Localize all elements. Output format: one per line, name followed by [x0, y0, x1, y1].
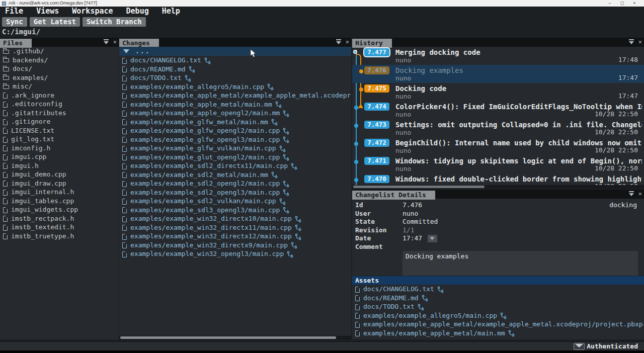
file-row[interactable]: git_log.txt: [0, 135, 119, 144]
asset-row[interactable]: examples/example_allegro5/main.cpp: [352, 311, 644, 320]
changes-root-row[interactable]: ...: [119, 47, 351, 56]
asset-row[interactable]: examples/example_apple_metal/main.mm: [352, 329, 644, 338]
file-row[interactable]: examples/: [0, 73, 119, 82]
file-row[interactable]: imstb_truetype.h: [0, 232, 119, 241]
commit-row[interactable]: 7.477 Merging docking code nuno 17:48: [352, 47, 644, 65]
filter-icon[interactable]: [628, 39, 634, 45]
changed-file-row[interactable]: docs/README.md: [119, 65, 351, 74]
history-panel: History ✕ 7.477 Merging docking code nun…: [352, 38, 644, 189]
scrollbar-thumb[interactable]: [120, 336, 336, 339]
menu-item[interactable]: Workspace: [72, 7, 113, 16]
minimize-button[interactable]: –: [604, 0, 615, 7]
changed-file-row[interactable]: examples/example_sdl2_vulkan/main.cpp: [119, 197, 351, 206]
file-icon: [3, 93, 8, 99]
toolbar-button[interactable]: Sync: [2, 17, 27, 27]
history-list: 7.477 Merging docking code nuno 17:48 7.…: [352, 47, 644, 185]
changed-file-row[interactable]: examples/example_glfw_opengl3/main.cpp: [119, 135, 351, 144]
file-icon: [122, 154, 127, 160]
changed-file-row[interactable]: examples/example_win32_directx12/main.cp…: [119, 232, 351, 241]
commit-row[interactable]: 7.474 ColorPicker4(): Fixed ImGuiColorEd…: [352, 101, 644, 119]
file-row[interactable]: imgui_draw.cpp: [0, 179, 119, 188]
file-row[interactable]: imgui.h: [0, 161, 119, 170]
file-row[interactable]: docs/: [0, 64, 119, 73]
close-icon[interactable]: ✕: [113, 39, 117, 45]
comment-field[interactable]: Docking examples: [403, 251, 638, 276]
changed-file-row[interactable]: examples/example_glfw_opengl2/main.cpp: [119, 126, 351, 135]
changed-file-path: examples/example_sdl2_directx11/main.cpp: [130, 162, 288, 169]
changed-file-row[interactable]: examples/example_apple_metal/main.mm: [119, 100, 351, 109]
changes-list: docs/CHANGELOG.txt docs/README.md docs/T…: [119, 56, 351, 258]
changed-file-row[interactable]: examples/example_apple_opengl2/main.mm: [119, 109, 351, 118]
changed-file-row[interactable]: examples/example_sdl2_opengl2/main.cpp: [119, 179, 351, 188]
file-row[interactable]: misc/: [0, 82, 119, 91]
changed-file-row[interactable]: examples/example_glfw_vulkan/main.cpp: [119, 144, 351, 153]
changed-file-row[interactable]: examples/example_allegro5/main.cpp: [119, 82, 351, 92]
details-field-row: Usernuno: [355, 210, 644, 218]
close-icon[interactable]: ✕: [638, 191, 642, 197]
file-row[interactable]: .gitignore: [0, 117, 119, 126]
filter-icon[interactable]: [103, 39, 109, 45]
workspace-path: C:/imgui/: [2, 28, 40, 36]
asset-row[interactable]: docs/README.md: [352, 294, 644, 303]
file-row[interactable]: imgui_widgets.cpp: [0, 205, 119, 214]
commit-row[interactable]: 7.476 Docking examples nuno 17:47: [352, 65, 644, 83]
maximize-button[interactable]: ◻: [616, 0, 627, 7]
file-row[interactable]: imgui.cpp: [0, 152, 119, 161]
file-row[interactable]: imstb_textedit.h: [0, 223, 119, 232]
changed-file-row[interactable]: examples/example_sdl2_opengl3/main.cpp: [119, 188, 351, 197]
changed-file-row[interactable]: examples/example_win32_opengl3/main.cpp: [119, 249, 351, 258]
file-row[interactable]: imgui_demo.cpp: [0, 170, 119, 179]
file-row[interactable]: .github/: [0, 47, 119, 56]
close-button[interactable]: ×: [629, 0, 640, 7]
file-icon: [3, 163, 8, 169]
menu-item[interactable]: Debug: [126, 7, 149, 16]
scrollbar-thumb[interactable]: [353, 186, 485, 188]
revision-dropdown[interactable]: [428, 235, 437, 242]
changed-file-row[interactable]: examples/example_glut_opengl2/main.cpp: [119, 153, 351, 162]
chevron-down-icon[interactable]: [123, 49, 129, 53]
commit-row[interactable]: 7.470 Windows: fixed double-clicked bord…: [352, 173, 644, 185]
asset-row[interactable]: examples/example_apple_metal/example_app…: [352, 320, 644, 329]
menu-item[interactable]: Views: [36, 7, 59, 16]
changed-file-row[interactable]: examples/example_glfw_metal/main.mm: [119, 118, 351, 127]
commit-row[interactable]: 7.475 Docking code nuno 17:47: [352, 83, 644, 101]
close-icon[interactable]: ✕: [638, 39, 642, 45]
file-row[interactable]: LICENSE.txt: [0, 126, 119, 135]
commit-row[interactable]: 7.471 Windows: tidying up skipitems logi…: [352, 155, 644, 173]
file-name: imgui.cpp: [11, 153, 46, 160]
filter-icon[interactable]: [336, 39, 342, 45]
toolbar-button[interactable]: Switch Branch: [83, 17, 146, 27]
changed-file-row[interactable]: examples/example_sdl3_opengl3/main.cpp: [119, 206, 351, 215]
changed-file-row[interactable]: examples/example_win32_directx11/main.cp…: [119, 223, 351, 232]
menu-item[interactable]: File: [5, 7, 23, 16]
file-row[interactable]: .editorconfig: [0, 100, 119, 109]
changed-file-row[interactable]: examples/example_sdl2_directx11/main.cpp: [119, 161, 351, 170]
commit-row[interactable]: 7.472 BeginChild(): Internal name used b…: [352, 137, 644, 155]
changed-file-row[interactable]: examples/example_apple_metal/example_app…: [119, 91, 351, 100]
history-hscrollbar[interactable]: [352, 185, 644, 189]
file-row[interactable]: imconfig.h: [0, 144, 119, 153]
file-row[interactable]: imgui_tables.cpp: [0, 197, 119, 206]
menu-item[interactable]: Help: [162, 7, 180, 16]
file-icon: [122, 102, 127, 108]
filter-icon[interactable]: [628, 191, 634, 197]
file-row[interactable]: imstb_rectpack.h: [0, 214, 119, 223]
changes-hscrollbar[interactable]: [119, 336, 351, 339]
file-icon: [3, 190, 8, 196]
commit-row[interactable]: 7.473 Settings: omit outputing Collapsed…: [352, 119, 644, 137]
file-row[interactable]: imgui_internal.h: [0, 188, 119, 197]
changed-file-row[interactable]: examples/example_win32_directx10/main.cp…: [119, 214, 351, 223]
changed-file-row[interactable]: examples/example_sdl2_metal/main.mm: [119, 170, 351, 180]
changed-file-row[interactable]: examples/example_win32_directx9/main.cpp: [119, 241, 351, 250]
file-row[interactable]: .gitattributes: [0, 109, 119, 118]
asset-row[interactable]: docs/TODO.txt: [352, 302, 644, 311]
changed-file-row[interactable]: docs/CHANGELOG.txt: [119, 56, 351, 65]
asset-row[interactable]: docs/CHANGELOG.txt: [352, 285, 644, 294]
file-row[interactable]: .ark_ignore: [0, 91, 119, 100]
close-icon[interactable]: ✕: [346, 39, 349, 45]
mail-icon[interactable]: [574, 343, 585, 350]
file-icon: [122, 137, 127, 143]
changed-file-row[interactable]: docs/TODO.txt: [119, 73, 351, 82]
file-row[interactable]: backends/: [0, 56, 119, 65]
toolbar-button[interactable]: Get Latest: [30, 17, 80, 27]
